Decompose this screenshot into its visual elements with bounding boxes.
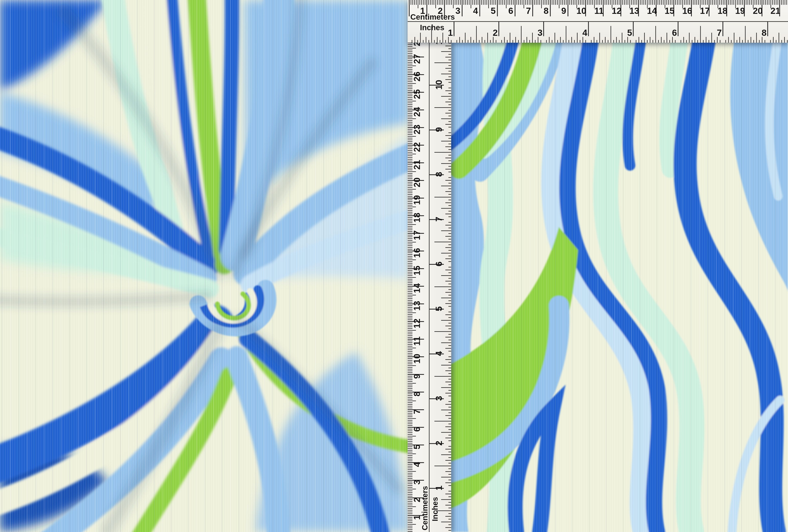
cm-number: 6 [508,6,513,16]
cm-number: 10 [576,6,586,16]
cm-number: 26 [412,72,422,81]
cm-number: 12 [612,6,622,16]
inch-number: 5 [627,28,632,38]
inch-number: 11 [434,43,444,45]
inch-number: 6 [434,261,444,267]
cm-number: 27 [412,54,422,64]
inch-number: 4 [434,351,444,356]
cm-number: 5 [491,6,496,16]
cm-number: 6 [412,427,422,432]
cm-number: 15 [665,6,674,16]
inch-number: 1 [448,28,453,38]
cm-number: 13 [412,301,422,311]
fabric-photo-swirled-art [0,0,409,532]
inch-number: 6 [672,28,677,38]
cm-number: 16 [412,248,422,258]
swatch-rib-texture-wide [451,42,788,532]
cm-number: 4 [473,6,478,16]
inch-number: 5 [434,307,444,311]
fabric-photo-swirled [0,0,409,532]
cm-number: 17 [412,231,422,240]
horizontal-ruler-scale: 1234567891011121314151617181920211234567… [408,0,788,43]
cm-number: 28 [412,43,422,46]
cm-number: 11 [412,336,422,346]
cm-number: 21 [770,6,780,16]
cm-number: 18 [412,213,422,222]
cm-number: 4 [412,462,422,467]
cm-number: 19 [412,195,422,205]
cm-number: 3 [455,6,460,16]
cm-number: 16 [682,6,692,16]
cm-number: 20 [412,178,422,187]
fabric-flat-swatch [451,42,788,532]
cm-number: 8 [544,6,549,16]
inch-number: 4 [582,28,587,38]
inch-number: 2 [493,28,498,38]
vertical-inches-label: Inches [431,497,439,521]
fabric-flat-swatch-art [451,42,788,532]
inch-number: 2 [434,441,444,446]
cm-number: 5 [412,445,422,450]
cm-number: 20 [753,6,763,16]
inch-number: 8 [762,28,767,38]
cm-number: 22 [412,142,422,152]
cm-number: 7 [526,6,531,16]
cm-number: 15 [412,265,422,275]
vertical-ruler-scale: 1234567891011121314151617181920212223242… [408,43,451,532]
inch-number: 9 [434,127,444,132]
cm-number: 21 [412,160,422,170]
cm-number: 10 [412,354,422,364]
cm-number: 19 [735,6,745,16]
vertical-ruler: 1234567891011121314151617181920212223242… [408,43,451,532]
cm-number: 8 [412,392,422,397]
horizontal-centimeters-label: Centimeters [410,13,455,21]
inch-number: 3 [537,28,543,38]
cm-number: 9 [412,374,422,379]
cm-number: 24 [412,107,422,117]
cm-number: 18 [717,6,727,16]
inch-number: 8 [434,172,444,177]
vertical-centimeters-label: Centimeters [421,486,429,530]
cm-number: 3 [412,480,422,485]
horizontal-inches-label: Inches [420,24,445,31]
cm-number: 17 [700,6,710,16]
cm-number: 7 [412,409,422,414]
cm-number: 14 [412,283,422,293]
cm-number: 14 [647,6,657,16]
inch-number: 7 [717,28,722,38]
inch-number: 3 [434,396,444,401]
inch-number: 1 [434,486,444,490]
cm-number: 13 [629,6,639,16]
cm-number: 11 [594,6,604,16]
horizontal-ruler: 1234567891011121314151617181920211234567… [408,0,788,43]
cm-number: 9 [561,6,566,16]
inch-number: 7 [434,217,444,222]
photo-rib-texture-wide [0,0,409,532]
cm-number: 12 [412,318,422,328]
cm-number: 25 [412,89,422,99]
inch-number: 10 [434,80,444,90]
cm-number: 23 [412,125,422,135]
